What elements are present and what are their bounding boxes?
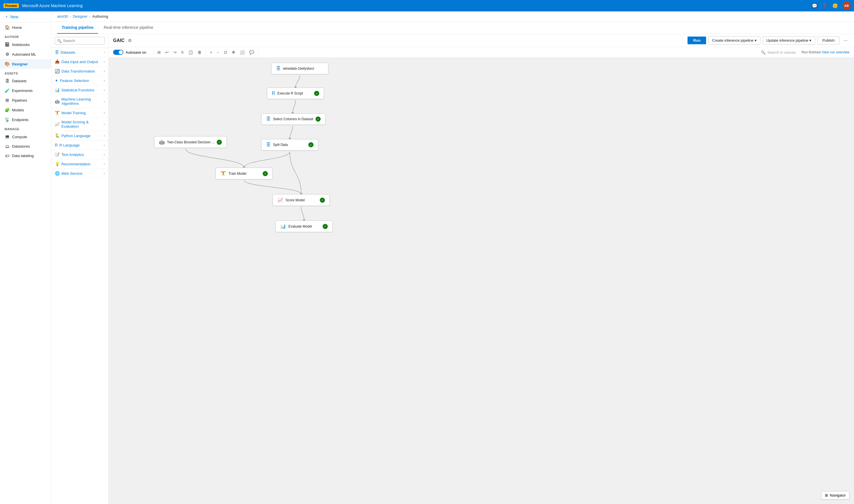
module-categories: 🗄 Datasets › 📥 Data Input and Output › 🔄…	[51, 48, 108, 178]
sidebar-item-pipelines[interactable]: ⊞ Pipelines	[0, 95, 51, 105]
node-score-model[interactable]: 📈 Score Model ✓	[273, 194, 330, 206]
paste-button[interactable]: 📋	[186, 49, 195, 56]
module-category-model-scoring[interactable]: 📈 Model Scoring & Evaluation ›	[51, 118, 108, 131]
node-label-score-model: Score Model	[286, 198, 305, 202]
avatar[interactable]: AB	[842, 2, 851, 10]
cat-chevron-r-language: ›	[104, 143, 105, 147]
module-search-area: 🔍	[51, 34, 108, 48]
sidebar-item-designer[interactable]: 🎨 Designer	[0, 59, 51, 69]
chat-icon[interactable]: 💬	[812, 3, 817, 8]
module-category-ml-algorithms[interactable]: 🤖 Machine Learning Algorithms ›	[51, 95, 108, 108]
zoom-in-button[interactable]: +	[208, 49, 214, 56]
top-bar: Preview Microsoft Azure Machine Learning…	[0, 0, 854, 12]
cat-icon-feature-selection: ✦	[55, 78, 58, 83]
sidebar-item-compute[interactable]: 💻 Compute	[0, 132, 51, 142]
canvas-secondary-toolbar: Autosave on ⊞ ↩ ↪ ⎘ 📋 🗑 + − ⊡ ✥ ⬜ 💬	[109, 47, 854, 58]
tab-training-pipeline[interactable]: Training pipeline	[57, 22, 98, 34]
redo-button[interactable]: ↪	[171, 49, 179, 56]
sidebar-item-endpoints[interactable]: 📡 Endpoints	[0, 115, 51, 125]
module-category-model-training[interactable]: 🏋 Model Training ›	[51, 108, 108, 118]
cat-icon-text-analytics: 📝	[55, 152, 60, 157]
sidebar-item-datasets[interactable]: 🗄 Datasets	[0, 76, 51, 86]
node-evaluate-model[interactable]: 📊 Evaluate Model ✓	[275, 220, 333, 232]
navigator-button[interactable]: ⊞ Navigator	[821, 491, 850, 500]
node-label-evaluate-model: Evaluate Model	[288, 224, 312, 229]
new-button[interactable]: ＋ New	[0, 12, 51, 22]
node-select-columns[interactable]: 🗄 Select Columns in Dataset ✓	[261, 113, 326, 125]
module-category-text-analytics[interactable]: 📝 Text Analytics ›	[51, 150, 108, 159]
view-run-link[interactable]: View run overview	[822, 50, 850, 54]
pan-button[interactable]: ✥	[230, 49, 237, 56]
cat-icon-datasets: 🗄	[55, 50, 59, 55]
update-inference-button[interactable]: Update inference pipeline ▾	[763, 36, 815, 44]
cat-label-ml-algorithms: Machine Learning Algorithms	[61, 97, 104, 106]
sidebar-item-models[interactable]: 🧩 Models	[0, 105, 51, 115]
sidebar-item-experiments[interactable]: 🧪 Experiments	[0, 86, 51, 95]
cat-label-data-transformation: Data Transformation	[61, 69, 95, 73]
cat-label-feature-selection: Feature Selection	[60, 78, 89, 83]
run-button[interactable]: Run	[688, 37, 706, 44]
help-icon[interactable]: ❓	[822, 3, 828, 8]
experiments-icon: 🧪	[4, 88, 10, 93]
pipeline-settings-button[interactable]: ⚙	[128, 38, 132, 43]
autosave-label: Autosave on	[126, 50, 146, 55]
breadcrumb-root[interactable]: aiml30	[57, 14, 68, 19]
node-execute-r[interactable]: R Execute R Script ✓	[267, 88, 324, 99]
node-two-class[interactable]: 🤖 Two-Class Boosted Decision ... ✓	[154, 136, 227, 148]
cat-chevron-text-analytics: ›	[104, 153, 105, 156]
module-category-r-language[interactable]: R R Language ›	[51, 141, 108, 150]
navigator-icon: ⊞	[825, 493, 828, 498]
zoom-out-button[interactable]: −	[215, 49, 221, 56]
module-category-web-service[interactable]: 🌐 Web Service ›	[51, 169, 108, 178]
select-button[interactable]: ⬜	[238, 49, 247, 56]
breadcrumb-parent[interactable]: Designer	[73, 14, 88, 19]
publish-button[interactable]: Publish	[817, 36, 839, 44]
pipeline-canvas[interactable]: 🗄 winedata-1befysbxcr R Execute R Script…	[109, 58, 854, 504]
more-options-button[interactable]: ···	[842, 36, 850, 44]
fit-button[interactable]: ⊡	[222, 49, 229, 56]
module-category-feature-selection[interactable]: ✦ Feature Selection ›	[51, 76, 108, 85]
delete-button[interactable]: 🗑	[196, 49, 203, 56]
node-label-train-model: Train Model	[229, 172, 247, 176]
main-layout: ＋ New 🏠 Home Author 📓 Notebooks ⚙ Automa…	[0, 12, 854, 504]
user-icon[interactable]: 😊	[832, 3, 838, 8]
undo-button[interactable]: ↩	[164, 49, 170, 56]
node-status-execute-r: ✓	[314, 91, 319, 96]
data-labeling-icon: 🏷	[4, 154, 10, 158]
autosave-toggle: Autosave on	[113, 50, 146, 55]
manage-section-label: Manage	[0, 125, 51, 132]
tab-realtime-inference[interactable]: Real-time inference pipeline	[99, 22, 158, 34]
canvas-search-placeholder: Search in canvas	[767, 50, 796, 55]
breadcrumb-current: Authoring	[92, 14, 108, 19]
grid-view-button[interactable]: ⊞	[156, 49, 162, 56]
module-category-python-language[interactable]: 🐍 Python Language ›	[51, 131, 108, 141]
cat-icon-recommendation: 💡	[55, 162, 60, 166]
notebooks-icon: 📓	[4, 42, 10, 47]
module-category-datasets[interactable]: 🗄 Datasets ›	[51, 48, 108, 57]
module-search-input[interactable]	[55, 37, 105, 44]
node-split-data[interactable]: 🗄 Split Data ✓	[261, 139, 319, 150]
cat-label-r-language: R Language	[59, 143, 80, 147]
cat-chevron-datasets: ›	[104, 51, 105, 54]
create-inference-button[interactable]: Create inference pipeline ▾	[708, 36, 760, 44]
module-category-data-transformation[interactable]: 🔄 Data Transformation ›	[51, 67, 108, 76]
node-train-model[interactable]: 🏋 Train Model ✓	[216, 168, 273, 179]
sidebar-item-notebooks[interactable]: 📓 Notebooks	[0, 40, 51, 49]
sidebar-item-home[interactable]: 🏠 Home	[0, 22, 51, 32]
module-category-data-input-output[interactable]: 📥 Data Input and Output ›	[51, 57, 108, 67]
sidebar-item-datastores[interactable]: 🗂 Datastores	[0, 142, 51, 151]
sidebar-item-automated-ml[interactable]: ⚙ Automated ML	[0, 49, 51, 59]
autosave-switch[interactable]	[113, 50, 123, 55]
toolbar-divider-3	[258, 49, 258, 55]
node-winedata[interactable]: 🗄 winedata-1befysbxcr	[271, 63, 328, 74]
copy-button[interactable]: ⎘	[180, 49, 185, 56]
breadcrumb-sep1: ›	[70, 14, 71, 19]
comment-button[interactable]: 💬	[248, 49, 256, 56]
module-category-statistical-functions[interactable]: 📊 Statistical Functions ›	[51, 85, 108, 95]
module-category-recommendation[interactable]: 💡 Recommendation ›	[51, 159, 108, 169]
cat-icon-python-language: 🐍	[55, 133, 60, 138]
sidebar-item-data-labeling[interactable]: 🏷 Data labeling	[0, 151, 51, 161]
cat-icon-web-service: 🌐	[55, 171, 60, 176]
cat-icon-model-training: 🏋	[55, 110, 60, 115]
cat-label-python-language: Python Language	[61, 133, 91, 138]
